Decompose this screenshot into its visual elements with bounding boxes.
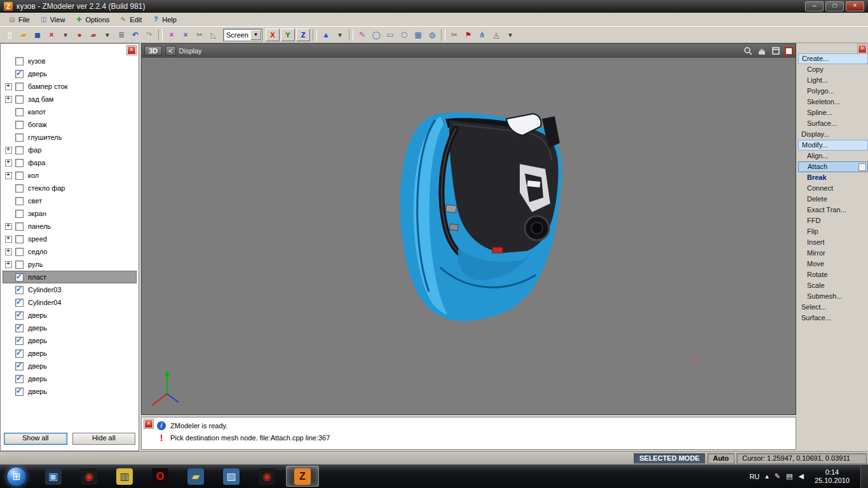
command-item[interactable]: FFD xyxy=(798,215,868,226)
taskbar-app-explorer[interactable]: ▰ xyxy=(179,466,212,487)
visibility-checkbox[interactable] xyxy=(15,210,24,218)
morph-icon[interactable]: ◬ xyxy=(489,29,503,41)
polyline-icon[interactable]: ✎ xyxy=(355,29,369,41)
anim-caret-icon[interactable]: ▾ xyxy=(503,29,517,41)
visibility-checkbox[interactable] xyxy=(15,222,24,231)
visibility-checkbox[interactable] xyxy=(15,261,24,269)
command-item[interactable]: Select... xyxy=(798,302,868,313)
tree-item[interactable]: капот xyxy=(3,105,137,118)
tree-item[interactable]: богаж xyxy=(3,118,137,131)
redo-icon[interactable]: ↷ xyxy=(142,29,156,41)
command-item[interactable]: Rotate xyxy=(798,269,868,280)
unweld-icon[interactable]: × xyxy=(179,29,193,41)
tree-item[interactable]: дверь xyxy=(3,347,137,360)
close-log-icon[interactable] xyxy=(144,419,153,428)
close-panel-icon[interactable] xyxy=(127,46,136,55)
visibility-checkbox[interactable] xyxy=(15,121,24,129)
command-item[interactable]: Scale xyxy=(798,280,868,291)
command-item[interactable]: Connect xyxy=(798,183,868,194)
menu-options[interactable]: ✚ Options xyxy=(71,15,114,25)
command-item[interactable]: Spline... xyxy=(798,107,868,118)
taskbar-app-yellow-tool[interactable]: ▥ xyxy=(108,466,141,487)
viewport-canvas[interactable] xyxy=(142,58,796,414)
tree-item[interactable]: зад бам xyxy=(3,93,137,105)
tree-item[interactable]: глушитель xyxy=(3,131,137,144)
command-item[interactable]: Break xyxy=(798,172,868,183)
tray-pen-icon[interactable]: ✎ xyxy=(775,472,780,480)
taskbar-app-browser[interactable]: ▣ xyxy=(37,466,70,487)
command-item[interactable]: Delete xyxy=(798,194,868,205)
tree-item[interactable]: дверь xyxy=(3,67,137,80)
mirror-tool-icon[interactable]: ◺ xyxy=(207,29,220,41)
start-button[interactable] xyxy=(6,466,27,487)
command-item[interactable]: Mirror xyxy=(798,248,868,259)
visibility-checkbox[interactable] xyxy=(15,70,24,78)
tree-item[interactable]: седло xyxy=(3,245,137,258)
tree-item[interactable]: Cylinder03 xyxy=(3,283,137,296)
tree-item[interactable]: стекло фар xyxy=(3,182,137,194)
maximize-view-icon[interactable] xyxy=(771,46,781,56)
command-item[interactable]: Copy xyxy=(798,64,868,75)
show-desktop-button[interactable] xyxy=(860,464,868,488)
tree-item[interactable]: дверь xyxy=(3,322,137,334)
command-item[interactable]: Surface... xyxy=(798,313,868,323)
command-item[interactable]: Flip xyxy=(798,226,868,237)
command-item[interactable]: Align... xyxy=(798,151,868,161)
tray-volume-icon[interactable]: ◀ xyxy=(798,472,803,480)
visibility-checkbox[interactable] xyxy=(15,172,24,180)
visibility-checkbox[interactable] xyxy=(15,133,24,142)
tree-item[interactable]: фар xyxy=(3,144,137,156)
tree-item[interactable]: Cylinder04 xyxy=(3,296,137,309)
language-indicator[interactable]: RU xyxy=(749,473,759,480)
expander-icon[interactable] xyxy=(5,236,12,243)
axis-y-button[interactable]: Y xyxy=(281,29,295,41)
chevron-down-icon[interactable]: ▾ xyxy=(250,30,261,40)
visibility-checkbox[interactable] xyxy=(15,108,24,116)
tree-item[interactable]: дверь xyxy=(3,385,137,398)
import-icon[interactable]: ▰ xyxy=(86,29,100,41)
active-view-indicator-icon[interactable] xyxy=(785,47,793,55)
visibility-checkbox[interactable] xyxy=(15,273,24,281)
axis-z-button[interactable]: Z xyxy=(296,29,310,41)
menu-view[interactable]: ◫ View xyxy=(36,15,70,25)
command-item[interactable]: Modify... xyxy=(798,140,868,151)
expander-icon[interactable] xyxy=(5,261,12,268)
tree-item[interactable]: свет xyxy=(3,194,137,207)
tree-item[interactable]: руль xyxy=(3,258,137,271)
detach-icon[interactable]: ✂ xyxy=(193,29,207,41)
open-icon[interactable]: ▰ xyxy=(17,29,31,41)
selection-caret-icon[interactable]: ▾ xyxy=(333,29,347,41)
hide-all-button[interactable]: Hide all xyxy=(72,433,136,445)
skeleton-tool-icon[interactable]: ⋔ xyxy=(475,29,489,41)
maximize-button[interactable]: □ xyxy=(825,1,844,11)
taskbar-app-image-viewer[interactable]: ▨ xyxy=(215,466,248,487)
command-item[interactable]: Insert xyxy=(798,237,868,248)
tray-hidden-icons-arrow[interactable]: ▴ xyxy=(765,472,769,480)
command-item[interactable]: Light... xyxy=(798,75,868,86)
visibility-checkbox[interactable] xyxy=(15,197,24,205)
command-item[interactable]: Attach xyxy=(798,161,868,172)
command-item[interactable]: Polygo... xyxy=(798,86,868,97)
visibility-checkbox[interactable] xyxy=(15,235,24,243)
command-item[interactable]: Submesh... xyxy=(798,291,868,302)
tree-item[interactable]: панель xyxy=(3,220,137,233)
tree-item[interactable]: кол xyxy=(3,169,137,182)
command-item[interactable]: Display... xyxy=(798,129,868,140)
viewport-mode-button[interactable]: 3D xyxy=(144,46,162,56)
clock[interactable]: 0:14 25.10.2010 xyxy=(810,468,855,485)
visibility-checkbox[interactable] xyxy=(15,337,24,345)
visibility-checkbox[interactable] xyxy=(15,375,24,383)
animation-icon[interactable]: ⚑ xyxy=(461,29,475,41)
close-button[interactable]: × xyxy=(846,1,864,11)
tree-item[interactable]: дверь xyxy=(3,360,137,372)
visibility-checkbox[interactable] xyxy=(15,83,24,91)
material-icon[interactable]: ● xyxy=(72,29,86,41)
tree-item[interactable]: фара xyxy=(3,156,137,169)
taskbar-app-red-orb-2[interactable]: ◉ xyxy=(250,466,283,487)
taskbar-app-zmodeler[interactable]: Z xyxy=(286,466,319,487)
command-item[interactable]: Skeleton... xyxy=(798,97,868,107)
create-box-icon[interactable]: ▭ xyxy=(383,29,397,41)
tree-item[interactable]: пласт xyxy=(3,271,137,283)
expander-icon[interactable] xyxy=(5,172,12,179)
create-circle-icon[interactable]: ◯ xyxy=(369,29,383,41)
